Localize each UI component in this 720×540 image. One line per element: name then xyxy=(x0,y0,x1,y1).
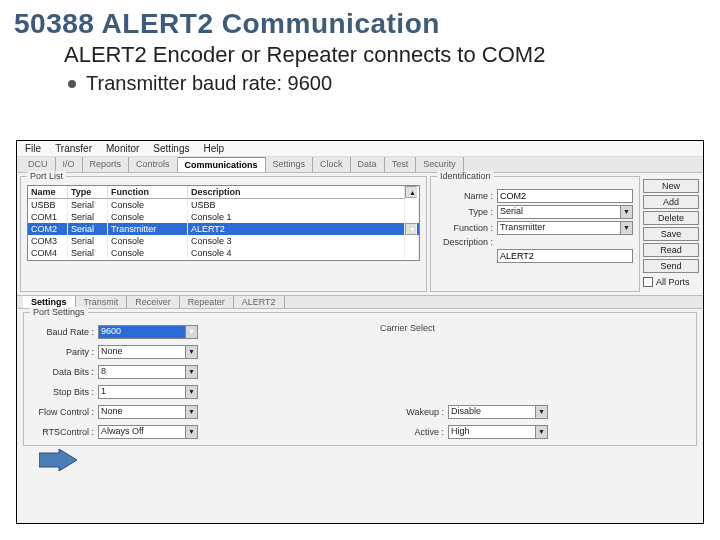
slide-title: 50388 ALERT2 Communication xyxy=(0,0,720,40)
name-field[interactable] xyxy=(497,189,633,203)
cell-type: Serial xyxy=(68,199,108,211)
wakeup-label: Wakeup : xyxy=(380,407,444,417)
active-label: Active : xyxy=(380,427,444,437)
cell-desc: Console 1 xyxy=(188,211,405,223)
tab-communications[interactable]: Communications xyxy=(178,157,266,172)
slide-subtitle: ALERT2 Encoder or Repeater connects to C… xyxy=(0,40,720,68)
chevron-down-icon: ▼ xyxy=(535,426,547,438)
baud-value: 9600 xyxy=(101,326,121,336)
menu-transfer[interactable]: Transfer xyxy=(55,143,92,154)
active-value: High xyxy=(451,426,470,436)
tab-security[interactable]: Security xyxy=(416,157,464,172)
new-button[interactable]: New xyxy=(643,179,699,193)
wakeup-value: Disable xyxy=(451,406,481,416)
rts-label: RTSControl : xyxy=(30,427,94,437)
description-field[interactable] xyxy=(497,249,633,263)
subtab-alert2[interactable]: ALERT2 xyxy=(234,296,285,308)
function-combo[interactable]: Transmitter▼ xyxy=(497,221,633,235)
cell-type: Serial xyxy=(68,235,108,247)
identification-label: Identification xyxy=(437,171,494,181)
table-row[interactable]: USBB Serial Console USBB xyxy=(28,199,419,211)
bullet-icon xyxy=(68,80,76,88)
flow-value: None xyxy=(101,406,123,416)
col-type[interactable]: Type xyxy=(68,186,108,199)
tab-data[interactable]: Data xyxy=(351,157,385,172)
menu-monitor[interactable]: Monitor xyxy=(106,143,139,154)
description-label: Description : xyxy=(437,237,493,247)
name-label: Name : xyxy=(437,191,493,201)
databits-label: Data Bits : xyxy=(30,367,94,377)
chevron-down-icon: ▼ xyxy=(535,406,547,418)
tab-dcu[interactable]: DCU xyxy=(21,157,56,172)
stopbits-combo[interactable]: 1▼ xyxy=(98,385,198,399)
parity-label: Parity : xyxy=(30,347,94,357)
cell-name: COM2 xyxy=(28,223,68,235)
col-function[interactable]: Function xyxy=(108,186,188,199)
tab-clock[interactable]: Clock xyxy=(313,157,351,172)
chevron-down-icon: ▼ xyxy=(620,206,632,218)
databits-combo[interactable]: 8▼ xyxy=(98,365,198,379)
table-row[interactable]: COM1 Serial Console Console 1 xyxy=(28,211,419,223)
sub-tabbar: Settings Transmit Receiver Repeater ALER… xyxy=(17,295,703,309)
rts-combo[interactable]: Always Off▼ xyxy=(98,425,198,439)
cell-name: COM3 xyxy=(28,235,68,247)
cell-desc: Console 4 xyxy=(188,247,405,259)
port-settings-label: Port Settings xyxy=(30,307,88,317)
tab-reports[interactable]: Reports xyxy=(83,157,130,172)
menu-help[interactable]: Help xyxy=(204,143,225,154)
chevron-down-icon: ▼ xyxy=(185,346,197,358)
top-tabbar: DCU I/O Reports Controls Communications … xyxy=(17,157,703,173)
read-button[interactable]: Read xyxy=(643,243,699,257)
cell-type: Serial xyxy=(68,247,108,259)
type-label: Type : xyxy=(437,207,493,217)
rts-value: Always Off xyxy=(101,426,144,436)
menubar: File Transfer Monitor Settings Help xyxy=(17,141,703,157)
cell-func: Console xyxy=(108,211,188,223)
app-window: File Transfer Monitor Settings Help DCU … xyxy=(16,140,704,524)
carrier-select-label: Carrier Select xyxy=(380,323,690,340)
cell-func: Console xyxy=(108,247,188,259)
parity-value: None xyxy=(101,346,123,356)
menu-file[interactable]: File xyxy=(25,143,41,154)
cell-desc: ALERT2 xyxy=(188,223,405,235)
scroll-down[interactable]: ▼ xyxy=(405,223,417,235)
all-ports-checkbox[interactable] xyxy=(643,277,653,287)
tab-test[interactable]: Test xyxy=(385,157,417,172)
menu-settings[interactable]: Settings xyxy=(153,143,189,154)
bullet-text: Transmitter baud rate: 9600 xyxy=(86,72,332,95)
subtab-receiver[interactable]: Receiver xyxy=(127,296,180,308)
cell-func: Console xyxy=(108,199,188,211)
add-button[interactable]: Add xyxy=(643,195,699,209)
baud-combo[interactable]: 9600▼ xyxy=(98,325,198,339)
send-button[interactable]: Send xyxy=(643,259,699,273)
table-row[interactable]: COM4 Serial Console Console 4 xyxy=(28,247,419,259)
wakeup-combo[interactable]: Disable▼ xyxy=(448,405,548,419)
subtab-repeater[interactable]: Repeater xyxy=(180,296,234,308)
col-description[interactable]: Description xyxy=(188,186,405,199)
button-column: New Add Delete Save Read Send All Ports xyxy=(643,173,703,295)
scroll-up[interactable]: ▲ xyxy=(405,186,417,198)
delete-button[interactable]: Delete xyxy=(643,211,699,225)
port-table[interactable]: Name Type Function Description ▲ USBB Se… xyxy=(27,185,420,261)
type-combo[interactable]: Serial▼ xyxy=(497,205,633,219)
cell-name: COM1 xyxy=(28,211,68,223)
col-name[interactable]: Name xyxy=(28,186,68,199)
all-ports-label: All Ports xyxy=(656,277,690,287)
table-row[interactable]: COM3 Serial Console Console 3 xyxy=(28,235,419,247)
cell-desc: USBB xyxy=(188,199,405,211)
chevron-down-icon: ▼ xyxy=(185,326,197,338)
table-row-selected[interactable]: COM2 Serial Transmitter ALERT2 ▼ xyxy=(28,223,419,235)
tab-settings[interactable]: Settings xyxy=(266,157,314,172)
parity-combo[interactable]: None▼ xyxy=(98,345,198,359)
cell-func: Console xyxy=(108,235,188,247)
cell-func: Transmitter xyxy=(108,223,188,235)
active-combo[interactable]: High▼ xyxy=(448,425,548,439)
databits-value: 8 xyxy=(101,366,106,376)
tab-controls[interactable]: Controls xyxy=(129,157,178,172)
stopbits-label: Stop Bits : xyxy=(30,387,94,397)
tab-io[interactable]: I/O xyxy=(56,157,83,172)
flow-combo[interactable]: None▼ xyxy=(98,405,198,419)
function-value: Transmitter xyxy=(500,222,545,232)
save-button[interactable]: Save xyxy=(643,227,699,241)
callout-arrow-icon xyxy=(39,449,77,471)
